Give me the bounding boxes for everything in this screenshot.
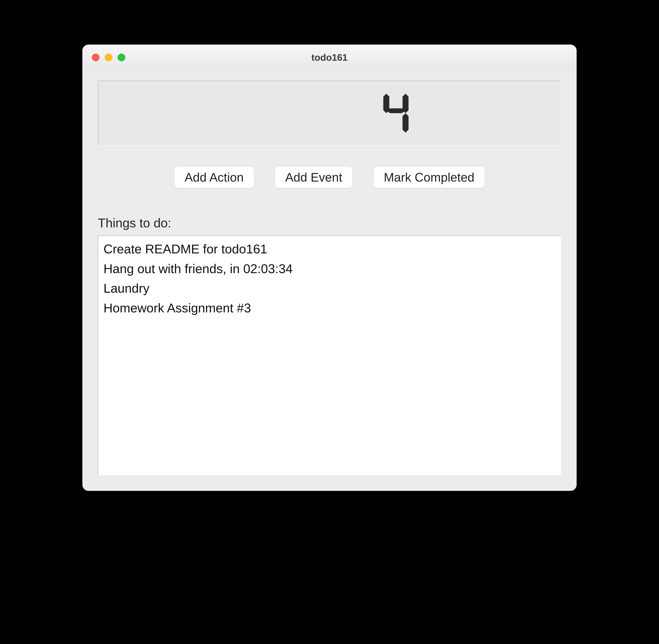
list-item[interactable]: Laundry <box>104 279 555 298</box>
maximize-icon[interactable] <box>117 53 125 61</box>
close-icon[interactable] <box>92 53 100 61</box>
add-action-button[interactable]: Add Action <box>174 166 254 188</box>
svg-marker-3 <box>402 113 409 133</box>
list-item[interactable]: Hang out with friends, in 02:03:34 <box>104 259 555 279</box>
traffic-lights <box>92 53 125 61</box>
add-event-button[interactable]: Add Event <box>275 166 353 188</box>
window-content: Add Action Add Event Mark Completed Thin… <box>82 70 577 491</box>
todo-list[interactable]: Create README for todo161 Hang out with … <box>98 235 561 476</box>
list-item[interactable]: Create README for todo161 <box>104 239 555 259</box>
lcd-digit-icon <box>380 89 411 137</box>
counter-display <box>98 80 561 146</box>
list-item[interactable]: Homework Assignment #3 <box>104 298 555 318</box>
minimize-icon[interactable] <box>105 53 112 61</box>
section-heading: Things to do: <box>98 216 561 230</box>
svg-marker-2 <box>387 108 405 113</box>
button-row: Add Action Add Event Mark Completed <box>98 166 561 188</box>
titlebar[interactable]: todo161 <box>82 45 577 70</box>
window-title: todo161 <box>311 52 348 63</box>
app-window: todo161 Add Action Add Event Mark Comple… <box>82 45 577 491</box>
mark-completed-button[interactable]: Mark Completed <box>373 166 485 188</box>
